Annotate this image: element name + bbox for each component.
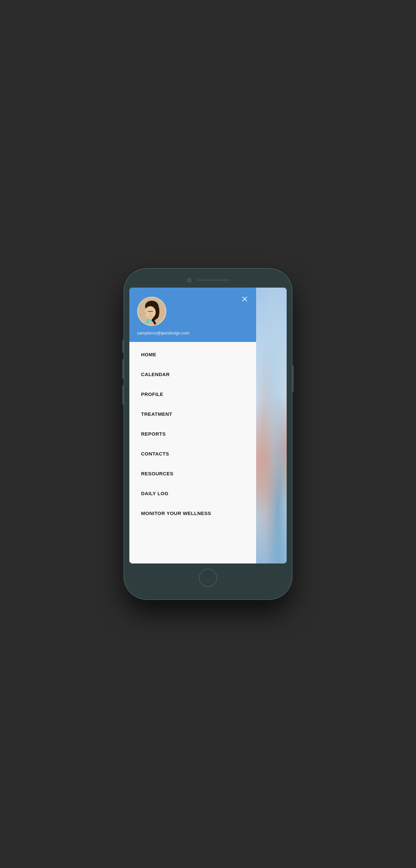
avatar-image xyxy=(138,298,166,325)
side-button-volume-down xyxy=(122,385,124,405)
menu-item-profile[interactable]: PROFILE xyxy=(129,384,256,404)
menu-item-reports[interactable]: REPORTS xyxy=(129,424,256,444)
phone-screen: sampierce@iperdesign.com HOMECALENDARPRO… xyxy=(129,288,287,563)
menu-item-daily-log[interactable]: DAILY LOG xyxy=(129,484,256,503)
menu-item-contacts[interactable]: CONTACTS xyxy=(129,444,256,464)
speaker-grill xyxy=(197,279,229,281)
phone-top-bar xyxy=(129,278,287,282)
phone-device: sampierce@iperdesign.com HOMECALENDARPRO… xyxy=(124,268,292,600)
side-button-volume-silent xyxy=(122,340,124,353)
menu-item-calendar[interactable]: CALENDAR xyxy=(129,364,256,384)
phone-bottom xyxy=(199,569,217,587)
menu-item-monitor[interactable]: MONITOR YOUR WELLNESS xyxy=(129,503,256,523)
side-button-power xyxy=(292,366,294,392)
front-camera xyxy=(187,278,192,282)
menu-nav: HOMECALENDARPROFILETREATMENTREPORTSCONTA… xyxy=(129,342,256,563)
menu-item-resources[interactable]: RESOURCES xyxy=(129,464,256,484)
menu-item-home[interactable]: HOME xyxy=(129,344,256,364)
avatar xyxy=(137,297,166,326)
home-button[interactable] xyxy=(199,569,217,587)
menu-item-treatment[interactable]: TREATMENT xyxy=(129,404,256,424)
side-button-volume-up xyxy=(122,359,124,379)
background-image-panel xyxy=(256,288,287,563)
menu-panel: sampierce@iperdesign.com HOMECALENDARPRO… xyxy=(129,288,256,563)
close-button[interactable] xyxy=(240,294,250,304)
user-email: sampierce@iperdesign.com xyxy=(137,331,248,335)
menu-header: sampierce@iperdesign.com xyxy=(129,288,256,342)
svg-point-5 xyxy=(145,313,146,314)
